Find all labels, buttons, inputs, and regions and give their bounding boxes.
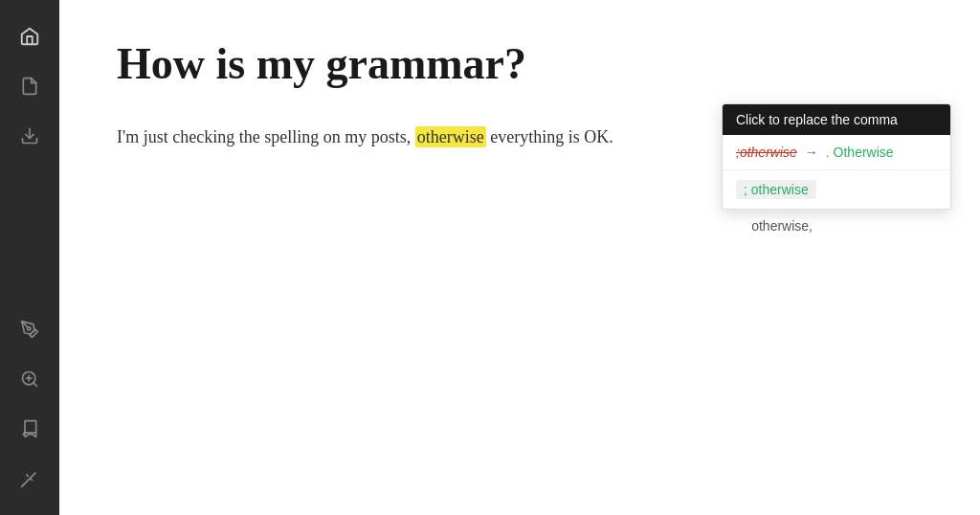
sidebar-item-pen[interactable]: [9, 308, 51, 350]
suggestion-primary-row[interactable]: ;otherwise → . Otherwise: [723, 135, 950, 170]
suggestion-tooltip: Click to replace the comma: [723, 104, 950, 135]
sidebar-item-search-doc[interactable]: [9, 358, 51, 400]
sidebar-item-bookmark[interactable]: [9, 408, 51, 450]
svg-point-1: [28, 327, 31, 330]
old-text: ;otherwise: [736, 145, 797, 160]
sidebar: [0, 0, 59, 515]
sidebar-item-home[interactable]: [9, 15, 51, 57]
svg-line-8: [27, 475, 29, 477]
context-label: otherwise,: [751, 218, 813, 234]
body-text-part1: I'm just checking the spelling on my pos…: [117, 127, 415, 146]
suggestion-alt-row[interactable]: ; otherwise: [723, 170, 950, 209]
svg-line-9: [31, 479, 33, 481]
sidebar-item-download[interactable]: [9, 115, 51, 157]
svg-line-7: [22, 484, 25, 487]
main-content: How is my grammar? I'm just checking the…: [59, 0, 980, 515]
body-text-part2: everything is OK.: [486, 127, 613, 146]
svg-line-3: [33, 383, 37, 387]
sidebar-item-document[interactable]: [9, 65, 51, 107]
new-text-secondary: ; otherwise: [736, 180, 816, 199]
suggestion-popup[interactable]: Click to replace the comma ;otherwise → …: [722, 103, 951, 210]
page-title: How is my grammar?: [117, 38, 923, 89]
arrow-icon: →: [805, 145, 818, 160]
sidebar-item-wand[interactable]: [9, 458, 51, 500]
highlighted-word[interactable]: otherwise: [415, 126, 486, 147]
new-text-primary: . Otherwise: [826, 145, 894, 160]
